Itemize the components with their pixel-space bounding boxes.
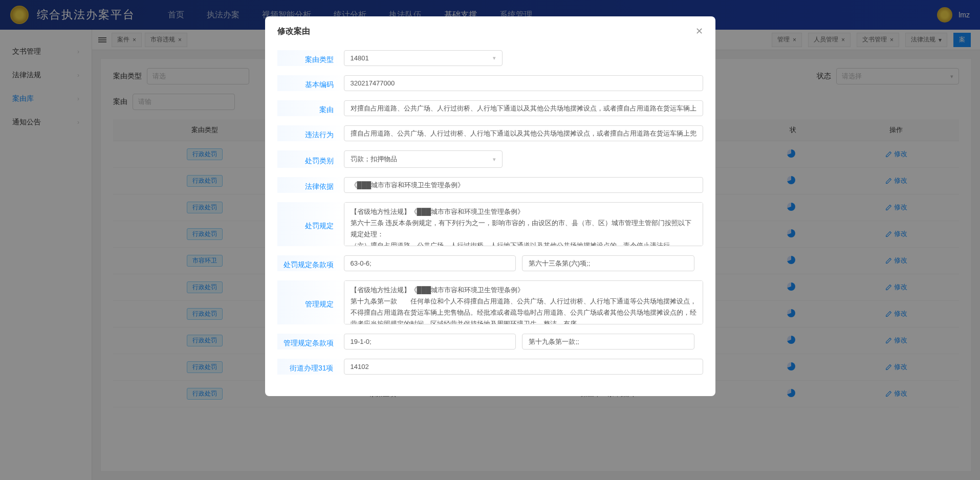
modal-title: 修改案由 [277,26,310,37]
modal-mask: 修改案由 ✕ 案由类型 14801 ▾ 基本编码 案由 [0,0,980,480]
field-punishrule-textarea[interactable] [344,202,703,246]
field-illegal-label: 违法行为 [277,125,344,141]
field-mgmtrule-label: 管理规定 [277,280,344,324]
chevron-down-icon: ▾ [493,55,496,61]
chevron-down-icon: ▾ [493,156,496,163]
field-cause-input[interactable] [344,100,703,116]
field-punishclause-label: 处罚规定条款项 [277,255,344,271]
field-street31-select[interactable]: 14102 [344,359,703,375]
modal-body: 案由类型 14801 ▾ 基本编码 案由 [265,46,715,396]
field-mgmtclause-input-2[interactable] [522,334,694,350]
field-punishclause-input-1[interactable] [344,255,516,271]
field-lawbasis-input[interactable] [344,177,703,193]
field-lawbasis-label: 法律依据 [277,177,344,193]
field-type-label: 案由类型 [277,50,344,66]
field-mgmtclause-input-1[interactable] [344,334,516,350]
field-cause-label: 案由 [277,100,344,116]
field-mgmtrule-textarea[interactable] [344,280,703,324]
field-type-select[interactable]: 14801 ▾ [344,50,503,66]
field-punishtype-label: 处罚类别 [277,150,344,168]
edit-cause-modal: 修改案由 ✕ 案由类型 14801 ▾ 基本编码 案由 [265,16,715,396]
field-punishtype-select[interactable]: 罚款；扣押物品 ▾ [344,150,503,168]
field-code-label: 基本编码 [277,75,344,91]
field-punishclause-input-2[interactable] [522,255,694,271]
field-street31-label: 街道办理31项 [277,359,344,375]
modal-close-icon[interactable]: ✕ [695,26,703,37]
field-illegal-input[interactable] [344,125,703,141]
field-punishrule-label: 处罚规定 [277,202,344,246]
field-code-input[interactable] [344,75,703,91]
field-mgmtclause-label: 管理规定条款项 [277,334,344,350]
